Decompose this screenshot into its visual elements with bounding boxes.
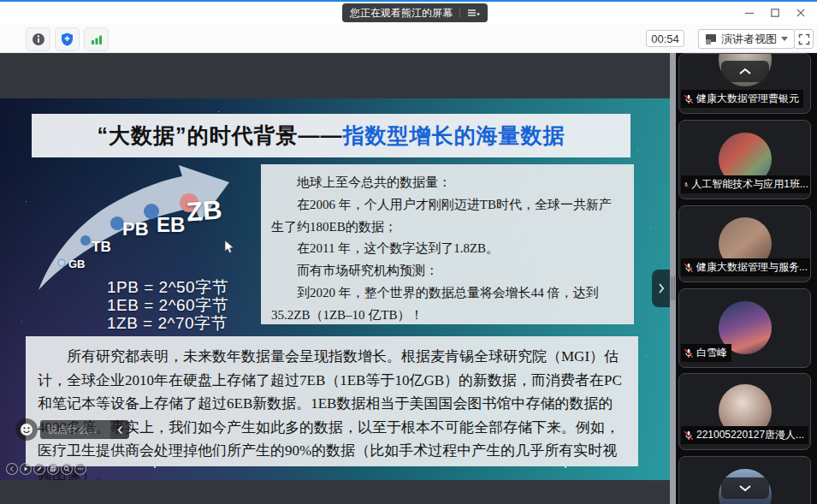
panel-resizer[interactable] <box>670 53 676 504</box>
unit-label-tb: TB <box>92 239 111 256</box>
titlebar: 您正在观看熊江的屏幕 <box>0 2 817 24</box>
chevron-up-icon <box>738 68 752 75</box>
play-tool-button[interactable] <box>20 463 32 475</box>
info-line: 在2011 年，这个数字达到了1.8ZB。 <box>271 238 624 260</box>
minimize-icon <box>745 9 754 17</box>
data-volume-textbox: 地球上至今总共的数据量： 在2006 年，个人用户才刚刚迈进TB时代，全球一共新… <box>261 164 634 324</box>
minimize-button[interactable] <box>737 2 762 24</box>
participant-name: 221005220127唐漫人... <box>696 428 804 442</box>
participants-sidebar: 健康大数据管理曹银元 人工智能技术与应用1班... 健康大数据管理与服务... <box>676 53 817 504</box>
participant-tile[interactable] <box>678 456 811 504</box>
fullscreen-button[interactable] <box>794 29 814 49</box>
maximize-icon <box>771 9 779 17</box>
sidebar-expand-handle[interactable] <box>652 270 670 307</box>
chat-collapse-button[interactable] <box>110 420 129 439</box>
participant-name-tag: 221005220127唐漫人... <box>681 426 808 444</box>
scroll-down-button[interactable] <box>721 477 769 499</box>
participant-tile[interactable]: 健康大数据管理与服务... <box>678 205 811 282</box>
chat-input[interactable]: 说点什么... <box>40 420 110 439</box>
pages-tool-button[interactable] <box>47 463 59 475</box>
chevron-right-icon <box>658 282 665 294</box>
participant-name-tag: 健康大数据管理曹银元 <box>681 90 803 108</box>
slide-title: “大数据”的时代背景——指数型增长的海量数据 <box>32 114 631 157</box>
hamburger-caret-icon[interactable] <box>467 9 480 17</box>
chat-placeholder: 说点什么... <box>47 423 97 437</box>
unit-label-gb: GB <box>68 258 86 270</box>
scroll-up-button[interactable] <box>721 61 769 82</box>
participant-name-tag: 白雪峰 <box>681 344 731 362</box>
slide-title-black: “大数据”的时代背景—— <box>98 122 343 150</box>
participant-name: 白雪峰 <box>696 346 727 360</box>
watching-screen-menu[interactable]: 您正在观看熊江的屏幕 <box>342 3 488 22</box>
byte-formulas: 1PB = 2^50字节 1EB = 2^60字节 1ZB = 2^70字节 <box>107 278 228 332</box>
pages-icon <box>50 465 56 472</box>
play-icon <box>22 465 29 472</box>
info-line: 在2006 年，个人用户才刚刚迈进TB时代，全球一共新产生了约180EB的数据； <box>271 194 624 239</box>
shield-plus-icon <box>61 33 74 46</box>
participant-tile[interactable]: 健康大数据管理曹银元 <box>678 53 811 114</box>
pencil-tool-button[interactable] <box>33 463 45 475</box>
watching-screen-label: 您正在观看熊江的屏幕 <box>350 6 453 21</box>
security-button[interactable] <box>55 27 80 51</box>
formula-zb: 1ZB = 2^70字节 <box>107 314 228 332</box>
magnifier-icon <box>63 465 70 472</box>
unit-label-pb: PB <box>122 218 149 240</box>
ellipsis-icon <box>77 465 84 472</box>
participant-tile[interactable]: 白雪峰 <box>678 288 811 368</box>
chevron-down-icon <box>738 484 752 492</box>
gb-dot <box>58 259 65 266</box>
slide-title-blue: 指数型增长的海量数据 <box>343 122 565 150</box>
participant-name: 健康大数据管理曹银元 <box>696 92 799 106</box>
view-mode-label: 演讲者视图 <box>721 32 777 47</box>
participant-name-tag: 健康大数据管理与服务... <box>681 258 811 276</box>
previous-tool-button[interactable] <box>6 463 18 475</box>
mic-muted-icon <box>684 180 689 190</box>
info-icon <box>32 33 45 46</box>
chevron-down-icon <box>781 37 788 41</box>
signal-bars-icon <box>91 34 103 44</box>
info-line: 地球上至今总共的数据量： <box>271 172 624 194</box>
formula-pb: 1PB = 2^50字节 <box>107 278 228 296</box>
smiley-icon <box>20 423 33 436</box>
emoji-reaction-button[interactable] <box>15 418 38 441</box>
research-paragraph-box: 所有研究都表明，未来数年数据量会呈现指数增长。根据麦肯锡全球研究院（MGI）估计… <box>26 336 638 466</box>
mic-muted-icon <box>684 94 694 104</box>
resizer-grip <box>671 276 672 300</box>
more-tools-button[interactable] <box>74 463 86 475</box>
formula-eb: 1EB = 2^60字节 <box>107 296 228 314</box>
view-mode-dropdown[interactable]: 演讲者视图 <box>698 29 795 49</box>
mic-muted-icon <box>684 430 694 441</box>
remote-mouse-cursor <box>224 240 234 258</box>
unit-label-eb: EB <box>157 213 185 237</box>
magnifier-tool-button[interactable] <box>61 463 73 475</box>
chevron-left-icon <box>9 465 15 472</box>
maximize-button[interactable] <box>762 2 788 24</box>
research-paragraph: 所有研究都表明，未来数年数据量会呈现指数增长。根据麦肯锡全球研究院（MGI）估计… <box>38 345 626 480</box>
participant-name-tag: 人工智能技术与应用1班... <box>681 175 811 193</box>
close-button[interactable] <box>788 2 814 24</box>
window-controls <box>737 2 814 24</box>
info-line: 而有市场研究机构预测： <box>271 260 624 282</box>
mic-muted-icon <box>684 348 694 359</box>
speaker-view-icon <box>705 33 717 45</box>
meeting-info-button[interactable] <box>26 27 50 51</box>
star-field-bright <box>0 98 2 100</box>
unit-label-zb: ZB <box>186 195 223 228</box>
close-icon <box>796 9 805 17</box>
participant-name: 人工智能技术与应用1班... <box>691 177 808 192</box>
pill-divider <box>459 8 460 18</box>
meeting-toolbar: 00:54 演讲者视图 <box>0 24 817 53</box>
shared-screen-view: “大数据”的时代背景——指数型增长的海量数据 GB TB PB EB <box>0 53 670 504</box>
meeting-timer: 00:54 <box>646 30 684 47</box>
participant-tile[interactable]: 221005220127唐漫人... <box>678 373 811 450</box>
annotation-toolbar <box>6 463 86 475</box>
chevron-left-icon <box>117 425 123 435</box>
pencil-icon <box>36 465 43 472</box>
network-quality-button[interactable] <box>84 27 109 51</box>
fullscreen-icon <box>798 33 810 45</box>
participant-tile[interactable]: 人工智能技术与应用1班... <box>678 120 811 199</box>
participant-name: 健康大数据管理与服务... <box>696 260 808 275</box>
toolbar-left-group <box>26 27 109 51</box>
tb-dot <box>80 235 91 246</box>
info-line: 到2020 年，整个世界的数据总量将会增长44 倍，达到35.2ZB（1ZB–1… <box>271 282 624 327</box>
